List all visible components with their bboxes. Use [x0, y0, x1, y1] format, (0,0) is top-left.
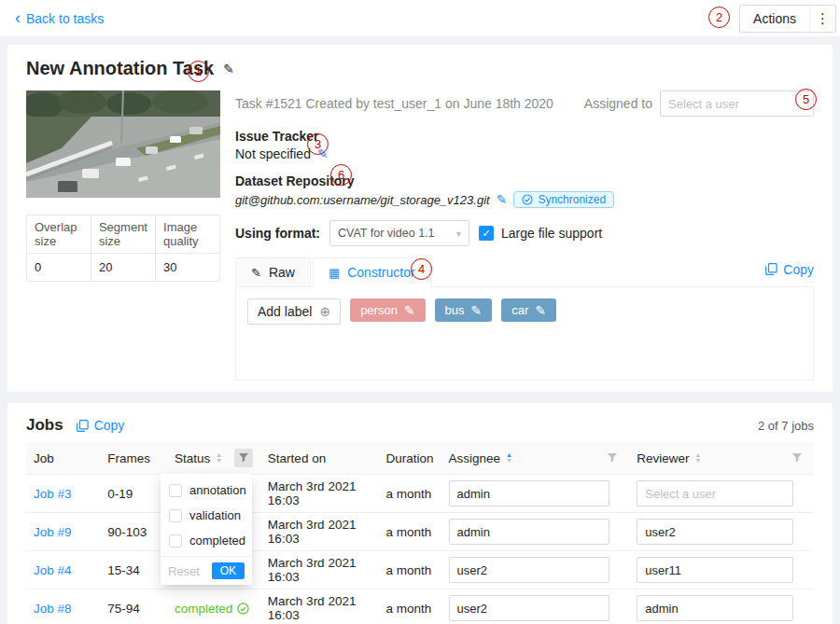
job-link[interactable]: Job #4: [34, 563, 72, 577]
assignee-select[interactable]: [660, 90, 814, 117]
jobs-title: Jobs: [26, 416, 63, 435]
job-link[interactable]: Job #3: [34, 487, 72, 501]
param-header-quality: Image quality: [156, 215, 220, 254]
issue-tracker-value: Not specified: [235, 146, 311, 161]
job-link[interactable]: Job #9: [34, 525, 72, 539]
filter-option-label: completed: [189, 534, 245, 548]
copy-icon: [765, 263, 777, 275]
tab-constructor[interactable]: ▦ Constructor: [313, 257, 431, 287]
status-value: completed: [175, 602, 232, 616]
assignee-filter-button[interactable]: [603, 449, 622, 467]
edit-label-icon[interactable]: ✎: [535, 304, 546, 317]
dataset-repository-value-row: git@github.com:username/git_storage_v123…: [235, 191, 814, 208]
labels-tabs: ✎ Raw ▦ Constructor Copy: [235, 257, 814, 287]
reviewer-filter-button[interactable]: [788, 449, 806, 467]
assignee-input[interactable]: [449, 480, 609, 506]
format-row: Using format: CVAT for video 1.1 ▾ ✓ Lar…: [235, 220, 814, 246]
started-value: March 3rd 2021 16:03: [268, 594, 357, 622]
frames-value: 0-19: [107, 487, 133, 501]
duration-value: a month: [385, 563, 431, 577]
params-value-row: 0 20 30: [27, 254, 220, 282]
status-sorter[interactable]: ▲ ▼: [216, 452, 222, 464]
back-to-tasks-link[interactable]: ‹ Back to tasks: [15, 11, 104, 26]
funnel-icon: [607, 452, 618, 464]
assignee-sorter[interactable]: ▲ ▼: [506, 452, 512, 464]
checkbox-check-icon: ✓: [482, 228, 490, 240]
col-reviewer-label[interactable]: Reviewer: [637, 451, 689, 465]
params-header-row: Overlap size Segment size Image quality: [27, 215, 220, 254]
copy-labels-button[interactable]: Copy: [765, 262, 814, 283]
reviewer-input[interactable]: [637, 480, 793, 506]
assigned-to-group: Assigned to: [584, 90, 814, 117]
sync-status-label: Synchronized: [538, 193, 606, 206]
edit-label-icon[interactable]: ✎: [471, 304, 483, 317]
assignee-input[interactable]: [449, 519, 609, 545]
reviewer-sorter[interactable]: ▲ ▼: [695, 452, 702, 464]
task-meta: Task #1521 Created by test_user_1 on Jun…: [235, 96, 553, 111]
reviewer-input[interactable]: [637, 557, 793, 583]
param-value-segment: 20: [91, 254, 155, 282]
col-status-label[interactable]: Status: [175, 451, 210, 465]
dataset-repository-label: Dataset Repository: [235, 173, 814, 188]
job-link[interactable]: Job #8: [34, 602, 72, 616]
reviewer-input[interactable]: [637, 519, 793, 545]
task-body: Overlap size Segment size Image quality …: [26, 90, 814, 381]
filter-reset-button[interactable]: Reset: [168, 564, 200, 578]
repository-url[interactable]: git@github.com:username/git_storage_v123…: [235, 193, 490, 207]
filter-option-validation[interactable]: validation: [161, 503, 252, 528]
started-value: March 3rd 2021 16:03: [268, 518, 357, 546]
chevron-down-icon: ▾: [456, 229, 461, 239]
jobs-card: Jobs Copy 2 of 7 jobs Job Frames Status: [7, 403, 833, 624]
actions-label: Actions: [740, 6, 809, 32]
label-chip-bus[interactable]: bus ✎: [435, 298, 493, 322]
checkbox-unchecked-icon[interactable]: [169, 534, 182, 548]
started-value: March 3rd 2021 16:03: [268, 479, 357, 507]
filter-ok-button[interactable]: OK: [212, 562, 245, 579]
issue-tracker-label: Issue Tracker: [235, 129, 814, 144]
chevron-left-icon: ‹: [15, 9, 21, 26]
tab-raw[interactable]: ✎ Raw: [235, 257, 311, 287]
param-header-overlap: Overlap size: [27, 215, 91, 254]
constructor-tab-icon: ▦: [329, 266, 340, 280]
sort-down-icon: ▼: [216, 458, 222, 464]
col-status: Status ▲ ▼: [167, 442, 260, 475]
format-select[interactable]: CVAT for video 1.1 ▾: [329, 220, 469, 246]
edit-issue-tracker-icon[interactable]: ✎: [317, 147, 329, 160]
edit-label-icon[interactable]: ✎: [404, 304, 415, 317]
check-circle-icon: [237, 603, 249, 615]
checkbox-unchecked-icon[interactable]: [169, 484, 182, 497]
edit-title-icon[interactable]: ✎: [223, 62, 234, 76]
status-filter-button[interactable]: [234, 449, 253, 467]
using-format-label: Using format:: [235, 226, 320, 241]
more-menu-icon[interactable]: ⋮: [809, 6, 835, 32]
task-preview-image: [26, 90, 220, 198]
label-chip-person-name: person: [360, 303, 398, 317]
job-row: Job #9 90-103 March 3rd 2021 16:03 a mon…: [26, 513, 814, 551]
filter-option-completed[interactable]: completed: [161, 528, 252, 553]
reviewer-input[interactable]: [637, 595, 793, 621]
filter-option-annotation[interactable]: annotation: [161, 478, 252, 503]
label-chip-person[interactable]: person ✎: [350, 298, 425, 322]
large-file-support-checkbox[interactable]: ✓: [479, 226, 494, 241]
sort-down-icon: ▼: [506, 458, 512, 464]
job-row: Job #3 0-19 March 3rd 2021 16:03 a month: [26, 475, 814, 513]
label-chip-car[interactable]: car ✎: [501, 298, 556, 322]
status-filter-dropdown: annotation validation completed Reset OK: [161, 474, 252, 585]
task-title-row: New Annotation Task ✎: [26, 58, 814, 79]
tab-constructor-label: Constructor: [347, 265, 414, 280]
format-select-value: CVAT for video 1.1: [338, 227, 435, 240]
col-assignee-label[interactable]: Assignee: [449, 451, 501, 465]
actions-button[interactable]: Actions ⋮: [739, 5, 836, 33]
assignee-input[interactable]: [449, 595, 609, 621]
back-to-tasks-label: Back to tasks: [26, 11, 104, 26]
assignee-input[interactable]: [449, 557, 609, 583]
task-meta-row: Task #1521 Created by test_user_1 on Jun…: [235, 90, 814, 117]
add-label-label: Add label: [258, 304, 312, 319]
copy-jobs-button[interactable]: Copy: [77, 418, 125, 433]
large-file-support-label: Large file support: [501, 226, 602, 241]
filter-option-label: validation: [189, 508, 241, 522]
copy-jobs-label: Copy: [94, 418, 125, 433]
edit-repository-icon[interactable]: ✎: [497, 193, 508, 206]
checkbox-unchecked-icon[interactable]: [169, 509, 182, 522]
add-label-button[interactable]: Add label ⊕: [247, 298, 341, 325]
